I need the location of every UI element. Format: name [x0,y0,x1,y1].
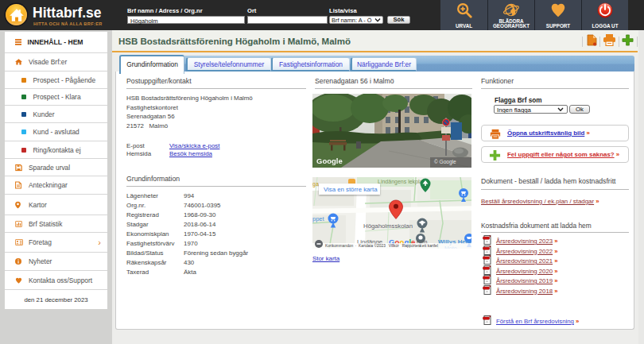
svg-text:Kortkommandon · Kartdata ©20: Kortkommandon · Kartdata ©2023 Villkor R… [325,243,438,248]
svg-text:© Google: © Google [434,159,456,165]
svg-text:Lindängens lekplats: Lindängens lekplats [378,179,427,185]
svg-text:Brf namn: A - Ö: Brf namn: A - Ö [332,17,372,23]
svg-text:ga: ga [312,181,319,187]
svg-text:Ingen flagga: Ingen flagga [497,106,532,114]
svg-text:Google: Google [316,157,343,165]
svg-text:Visa en större karta: Visa en större karta [324,186,378,193]
svg-text:ppet: ppet [312,215,325,222]
svg-text:Högaholmsskolan: Högaholmsskolan [363,222,413,230]
